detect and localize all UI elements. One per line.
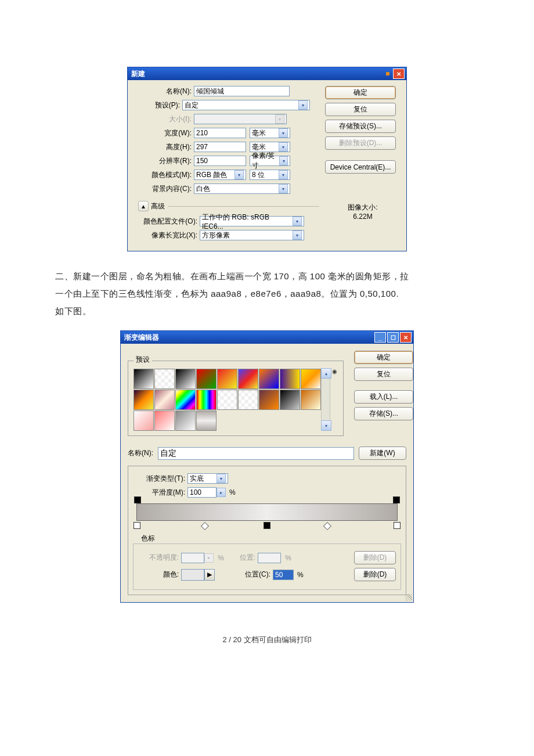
pixel-aspect-select[interactable]: 方形像素 ▾ <box>200 230 304 240</box>
smoothness-input[interactable] <box>187 487 217 498</box>
presets-label: 预设 <box>134 355 152 365</box>
reset-button[interactable]: 复位 <box>325 103 396 116</box>
advanced-toggle-button[interactable]: ▲ <box>138 201 149 211</box>
height-input[interactable] <box>194 142 246 152</box>
close-icon[interactable]: ✕ <box>393 69 405 79</box>
name-input[interactable] <box>194 86 290 96</box>
preset-swatch[interactable] <box>196 390 217 410</box>
spinner-icon[interactable]: ▸ <box>217 488 226 497</box>
percent-label: % <box>281 554 294 562</box>
preset-swatch[interactable] <box>280 369 300 389</box>
size-select: ▾ <box>194 114 287 124</box>
chevron-down-icon[interactable]: ▾ <box>293 231 302 240</box>
preset-swatch[interactable] <box>301 369 321 389</box>
gradient-type-label: 渐变类型(T): <box>133 474 187 484</box>
preset-swatch[interactable] <box>175 369 196 389</box>
chevron-down-icon[interactable]: ▾ <box>234 170 244 179</box>
preset-swatch[interactable] <box>134 390 154 410</box>
preset-select[interactable]: 自定 ▾ <box>182 100 310 110</box>
save-button[interactable]: 存储(S)... <box>354 407 413 420</box>
position-label: 位置: <box>226 553 258 563</box>
background-select[interactable]: 白色 ▾ <box>194 183 290 194</box>
titlebar[interactable]: 渐变编辑器 _ ☐ ✕ <box>121 331 413 344</box>
resolution-input[interactable] <box>194 156 246 166</box>
preset-swatch[interactable] <box>280 390 300 410</box>
delete-stop-button: 删除(D) <box>354 551 396 564</box>
reset-button[interactable]: 复位 <box>354 368 413 381</box>
resolution-unit-select[interactable]: 像素/英寸 ▾ <box>250 156 290 166</box>
opacity-stop-left[interactable] <box>134 496 141 503</box>
smoothness-label: 平滑度(M): <box>133 488 187 498</box>
spinner-icon: ▸ <box>204 553 214 563</box>
width-unit-select[interactable]: 毫米 ▾ <box>250 128 290 138</box>
color-stop-right[interactable] <box>394 522 400 529</box>
preset-swatch[interactable] <box>217 390 237 410</box>
new-document-dialog: 新建 ✕ 名称(N): 预设(P): 自定 ▾ <box>127 67 407 251</box>
preset-swatch[interactable] <box>134 369 154 389</box>
preset-swatch[interactable] <box>238 390 258 410</box>
chevron-down-icon[interactable]: ▾ <box>217 474 226 483</box>
preset-swatch[interactable] <box>217 369 237 389</box>
titlebar[interactable]: 新建 ✕ <box>128 67 406 80</box>
color-stop-mid[interactable] <box>264 522 270 529</box>
save-preset-button[interactable]: 存储预设(S)... <box>325 120 396 133</box>
width-input[interactable] <box>194 128 246 138</box>
preset-swatch[interactable] <box>154 369 175 389</box>
preset-swatch[interactable] <box>154 411 175 431</box>
gradient-preview-area[interactable] <box>136 503 398 521</box>
preset-swatch[interactable] <box>238 369 258 389</box>
preset-swatch[interactable] <box>154 390 175 410</box>
preset-swatch[interactable] <box>175 411 196 431</box>
close-icon[interactable]: ✕ <box>400 332 412 343</box>
advanced-label: 高级 <box>151 201 165 211</box>
ok-button[interactable]: 确定 <box>354 351 413 364</box>
percent-label: % <box>297 571 304 579</box>
ok-button[interactable]: 确定 <box>325 86 396 99</box>
new-gradient-button[interactable]: 新建(W) <box>359 447 406 460</box>
gradient-type-select[interactable]: 实底 ▾ <box>187 473 228 484</box>
chevron-down-icon[interactable]: ▾ <box>293 217 302 226</box>
resize-handle-icon[interactable] <box>405 594 412 601</box>
preset-swatch[interactable] <box>175 390 196 410</box>
load-button[interactable]: 载入(L)... <box>354 390 413 404</box>
preset-label: 预设(P): <box>134 100 182 110</box>
size-label: 大小(I): <box>134 114 194 124</box>
color-well[interactable] <box>181 569 204 581</box>
maximize-icon[interactable]: ☐ <box>387 332 399 343</box>
chevron-down-icon[interactable]: ▾ <box>279 156 288 165</box>
delete-color-stop-button[interactable]: 删除(D) <box>354 568 396 581</box>
opacity-input <box>181 553 204 563</box>
bit-depth-select[interactable]: 8 位 ▾ <box>250 170 290 180</box>
device-central-button[interactable]: Device Central(E)... <box>325 160 396 174</box>
chevron-down-icon[interactable]: ▾ <box>279 128 288 138</box>
chevron-down-icon[interactable]: ▾ <box>279 170 288 179</box>
chevron-down-icon[interactable]: ▾ <box>298 100 308 110</box>
flyout-menu-icon[interactable]: ◉ <box>330 368 338 431</box>
width-label: 宽度(W): <box>134 128 194 138</box>
color-mode-select[interactable]: RGB 颜色 ▾ <box>194 170 246 180</box>
color-position-input[interactable] <box>273 570 294 580</box>
preset-swatch[interactable] <box>259 369 279 389</box>
color-profile-select[interactable]: 工作中的 RGB: sRGB IEC6... ▾ <box>200 216 304 226</box>
chevron-down-icon[interactable]: ▾ <box>279 184 288 193</box>
color-stop-left[interactable] <box>134 522 140 529</box>
color-flyout-icon[interactable]: ▶ <box>204 569 215 581</box>
divider <box>168 206 319 207</box>
orange-marker-icon <box>386 72 389 75</box>
opacity-stop-right[interactable] <box>393 496 400 503</box>
minimize-icon[interactable]: _ <box>374 332 386 343</box>
chevron-down-icon[interactable]: ▾ <box>279 142 288 152</box>
scrollbar-track[interactable] <box>321 379 330 420</box>
preset-swatch[interactable] <box>301 390 321 410</box>
preset-swatch[interactable] <box>259 390 279 410</box>
gradient-bar[interactable] <box>136 503 398 521</box>
preset-swatch[interactable] <box>196 369 217 389</box>
gradient-name-input[interactable] <box>158 447 354 460</box>
page-footer: 2 / 20 文档可自由编辑打印 <box>55 635 479 645</box>
gradient-settings-fieldset: 渐变类型(T): 实底 ▾ 平滑度(M): ▸ % <box>128 466 406 595</box>
name-label: 名称(N): <box>134 87 194 96</box>
preset-swatch[interactable] <box>134 411 154 431</box>
color-profile-label: 颜色配置文件(O): <box>134 217 200 226</box>
preset-swatch[interactable] <box>196 411 217 431</box>
name-label: 名称(N): <box>128 448 153 458</box>
